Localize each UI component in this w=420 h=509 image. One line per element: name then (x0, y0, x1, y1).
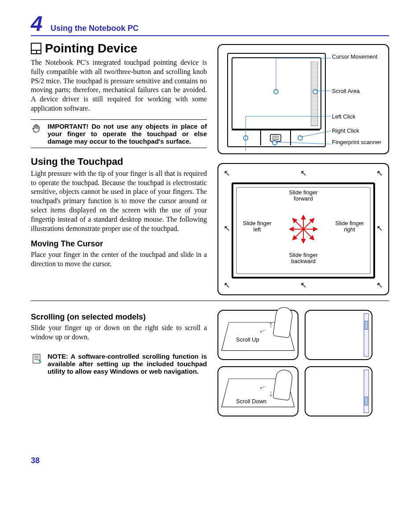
hand-stop-icon (32, 123, 42, 135)
scroll-up-label: Scroll Up (236, 336, 259, 343)
label-scroll-area: Scroll Area (332, 88, 360, 95)
chapter-header: 4 Using the Notebook PC (31, 13, 389, 36)
svg-line-8 (275, 142, 331, 144)
moving-cursor-body: Place your finger in the center of the t… (31, 250, 207, 269)
important-text: IMPORTANT! Do not use any objects in pla… (48, 123, 207, 145)
important-callout: IMPORTANT! Do not use any objects in pla… (31, 119, 207, 148)
moving-cursor-heading: Moving The Cursor (31, 239, 207, 249)
note-icon (32, 353, 42, 364)
touchpad-parts-diagram: Cursor Movement Scroll Area Left Click R… (217, 44, 389, 154)
scrollbar-down-panel (305, 366, 372, 416)
label-fingerprint: Fingerprint scanner (332, 139, 381, 146)
svg-marker-14 (290, 227, 293, 231)
svg-marker-12 (302, 239, 305, 243)
section-heading-text: Pointing Device (45, 41, 137, 56)
scroll-down-label: Scroll Down (236, 398, 266, 405)
note-text: NOTE: A software-controlled scrolling fu… (48, 353, 207, 375)
scrolling-body: Slide your finger up or down on the righ… (31, 323, 207, 342)
direction-star-icon (289, 215, 318, 244)
svg-marker-16 (313, 227, 317, 231)
label-cursor-movement: Cursor Movement (332, 54, 377, 60)
using-touchpad-heading: Using the Touchpad (31, 156, 207, 167)
label-slide-right: Slide finger right (332, 220, 367, 233)
note-callout: NOTE: A software-controlled scrolling fu… (31, 350, 207, 378)
scrolling-diagram: ↑ ← Scroll Up ↓ ← Scroll Down (217, 310, 389, 416)
scroll-down-panel: ↓ ← Scroll Down (217, 366, 298, 416)
label-slide-backward: Slide finger backward (284, 252, 323, 265)
svg-marker-10 (302, 215, 305, 219)
label-slide-left: Slide finger left (239, 220, 275, 233)
cursor-direction-diagram: Slide finger forward Slide finger backwa… (217, 163, 389, 295)
using-touchpad-body: Light pressure with the tip of your fing… (31, 169, 207, 234)
page-number: 38 (31, 456, 389, 465)
intro-paragraph: The Notebook PC's integrated touchpad po… (31, 58, 207, 113)
section-divider (31, 301, 389, 301)
label-right-click: Right Click (332, 128, 359, 134)
section-heading: Pointing Device (31, 41, 207, 56)
touchpad-icon (31, 43, 41, 54)
label-slide-forward: Slide finger forward (284, 189, 323, 202)
scrollbar-up-panel (305, 310, 372, 360)
scroll-up-panel: ↑ ← Scroll Up (217, 310, 298, 360)
chapter-title: Using the Notebook PC (51, 24, 139, 33)
svg-line-7 (300, 131, 331, 137)
label-leaders (218, 45, 388, 153)
label-left-click: Left Click (332, 114, 355, 120)
svg-rect-25 (33, 354, 40, 363)
scrolling-heading: Scrolling (on selected models) (31, 312, 207, 322)
chapter-number: 4 (31, 13, 43, 34)
